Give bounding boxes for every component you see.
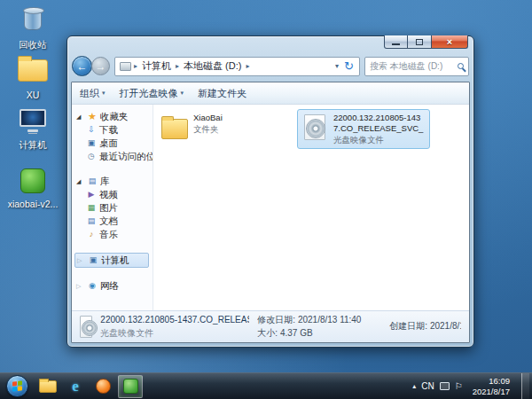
maximize-icon — [416, 39, 423, 45]
sidebar-item-downloads[interactable]: ⇩ 下载 — [74, 123, 153, 137]
favorites-group: ◢ ★ 收藏夹 ⇩ 下载 ▣ 桌面 ◷ 最近访问的位置 — [74, 110, 153, 163]
details-file-name: 22000.132.210805-1437.CO_RELEASE... — [100, 314, 249, 327]
details-modified-date: 修改日期: 2021/8/13 11:40 — [257, 314, 381, 327]
clock-date: 2021/8/17 — [473, 387, 510, 396]
refresh-icon[interactable]: ↻ — [341, 60, 356, 72]
expander-icon[interactable]: ◢ — [76, 113, 84, 121]
desktop-icon-computer[interactable]: 计算机 — [5, 106, 60, 152]
chevron-icon: ▸ — [245, 62, 250, 70]
back-button[interactable]: ← — [72, 56, 92, 76]
sidebar-item-libraries[interactable]: ◢ ▤ 库 — [74, 175, 153, 188]
pictures-label: 图片 — [99, 202, 118, 215]
library-icon: ▤ — [87, 177, 98, 185]
sidebar-item-music[interactable]: ♪ 音乐 — [74, 228, 153, 241]
details-file-type: 光盘映像文件 — [100, 327, 249, 340]
action-center-icon[interactable]: ⚐ — [455, 381, 463, 391]
music-icon: ♪ — [86, 231, 97, 239]
file-type: 光盘映像文件 — [333, 135, 426, 145]
sidebar-item-network[interactable]: ▷ ◉ 网络 — [74, 279, 153, 293]
forward-button[interactable]: → — [91, 57, 110, 75]
libraries-group: ◢ ▤ 库 ▶ 视频 ▦ 图片 ▤ 文档 — [74, 175, 153, 241]
details-created-date: 创建日期: 2021/8/17 16:05 — [389, 320, 461, 333]
sidebar-item-pictures[interactable]: ▦ 图片 — [74, 201, 153, 215]
desktop-icon-recycle-bin[interactable]: 回收站 — [5, 5, 60, 51]
media-app-icon — [96, 379, 111, 394]
expander-icon[interactable]: ◢ — [76, 178, 84, 185]
folder-icon — [160, 113, 189, 139]
minimize-button[interactable] — [384, 35, 408, 49]
explorer-client-area: 组织 ▾ 打开光盘映像 ▾ 新建文件夹 ◢ ★ 收藏夹 — [71, 82, 470, 343]
language-indicator[interactable]: CN — [421, 381, 434, 391]
sidebar-item-computer[interactable]: ▷ ▣ 计算机 — [74, 253, 149, 268]
taskbar: e ▴ CN ⚐ 16:09 2021/8/17 — [0, 372, 532, 399]
maximize-button[interactable] — [408, 35, 431, 49]
minimize-icon — [392, 43, 400, 45]
start-button[interactable] — [6, 375, 28, 397]
recycle-bin-icon — [17, 9, 49, 37]
new-folder-label: 新建文件夹 — [198, 87, 246, 100]
sidebar-item-desktop[interactable]: ▣ 桌面 — [74, 137, 153, 150]
taskbar-clock[interactable]: 16:09 2021/8/17 — [468, 376, 514, 396]
sidebar-item-favorites[interactable]: ◢ ★ 收藏夹 — [74, 110, 153, 123]
back-arrow-icon: ← — [77, 61, 88, 72]
drive-icon — [120, 62, 131, 71]
desktop-icon-label: xiaobai-v2... — [5, 199, 60, 209]
open-disc-image-label: 打开光盘映像 — [120, 87, 178, 100]
network-icon: ◉ — [87, 282, 98, 290]
sidebar-item-videos[interactable]: ▶ 视频 — [74, 188, 153, 201]
system-tray: ▴ CN ⚐ 16:09 2021/8/17 — [412, 373, 530, 399]
address-dropdown-icon[interactable]: ▾ — [332, 62, 341, 70]
desktop-icon-label: 计算机 — [5, 139, 60, 152]
close-button[interactable]: × — [431, 35, 468, 49]
taskbar-active-app-button[interactable] — [118, 375, 143, 398]
disc-image-icon — [301, 113, 329, 145]
search-box[interactable] — [364, 57, 469, 76]
tray-expand-icon[interactable]: ▴ — [412, 382, 416, 390]
organize-button[interactable]: 组织 ▾ — [80, 87, 106, 100]
search-input[interactable] — [370, 61, 458, 71]
desktop-icon-label: XU — [5, 90, 60, 100]
downloads-label: 下载 — [99, 124, 118, 137]
sidebar-item-documents[interactable]: ▤ 文档 — [74, 215, 153, 228]
show-desktop-button[interactable] — [521, 373, 529, 399]
desktop-label: 桌面 — [99, 137, 118, 150]
file-name: 22000.132.210805-1437.CO_RELEASE_SVC_PRO… — [333, 113, 426, 134]
expander-icon[interactable]: ▷ — [76, 283, 84, 290]
network-tray-icon[interactable] — [440, 382, 450, 390]
breadcrumb-computer[interactable]: 计算机 — [138, 59, 175, 73]
taskbar-media-button[interactable] — [90, 375, 115, 398]
clock-icon: ◷ — [86, 153, 97, 160]
expander-icon[interactable]: ▷ — [77, 257, 85, 264]
download-icon: ⇩ — [86, 126, 97, 134]
computer-icon — [17, 109, 49, 137]
explorer-window: × ← → ▸ 计算机 ▸ 本地磁盘 (D:) ▸ ▾ ↻ 组织 ▾ — [66, 35, 474, 348]
file-tile-xiaobai[interactable]: XiaoBai 文件夹 — [157, 109, 290, 143]
new-folder-button[interactable]: 新建文件夹 — [198, 87, 246, 100]
clock-time: 16:09 — [473, 376, 510, 386]
network-group: ▷ ◉ 网络 — [74, 279, 153, 293]
details-pane: 22000.132.210805-1437.CO_RELEASE... 光盘映像… — [72, 310, 469, 342]
title-bar[interactable]: × — [71, 36, 470, 54]
desktop-icon: ▣ — [86, 139, 97, 147]
video-icon: ▶ — [86, 191, 97, 199]
address-bar[interactable]: ▸ 计算机 ▸ 本地磁盘 (D:) ▸ ▾ ↻ — [114, 57, 360, 76]
videos-label: 视频 — [99, 189, 118, 201]
open-disc-image-button[interactable]: 打开光盘映像 ▾ — [120, 87, 184, 100]
star-icon: ★ — [87, 112, 98, 121]
favorites-label: 收藏夹 — [100, 111, 129, 123]
command-toolbar: 组织 ▾ 打开光盘映像 ▾ 新建文件夹 — [72, 82, 469, 105]
file-tile-iso-selected[interactable]: 22000.132.210805-1437.CO_RELEASE_SVC_PRO… — [297, 109, 430, 149]
taskbar-explorer-button[interactable] — [35, 375, 60, 398]
explorer-icon — [39, 380, 57, 393]
search-icon[interactable] — [458, 63, 464, 69]
desktop-icon-xiaobai[interactable]: xiaobai-v2... — [5, 167, 60, 209]
desktop-icon-xu-folder[interactable]: XU — [5, 55, 60, 100]
taskbar-ie-button[interactable]: e — [63, 375, 88, 398]
folder-icon — [17, 59, 49, 88]
file-name: XiaoBai — [193, 113, 223, 123]
sidebar-item-recent-places[interactable]: ◷ 最近访问的位置 — [74, 150, 153, 163]
recent-places-label: 最近访问的位置 — [99, 151, 153, 163]
file-list[interactable]: XiaoBai 文件夹 22000.132.210805-1437.CO_REL… — [153, 105, 469, 310]
breadcrumb-local-disk-d[interactable]: 本地磁盘 (D:) — [180, 59, 245, 73]
document-icon: ▤ — [86, 217, 97, 225]
